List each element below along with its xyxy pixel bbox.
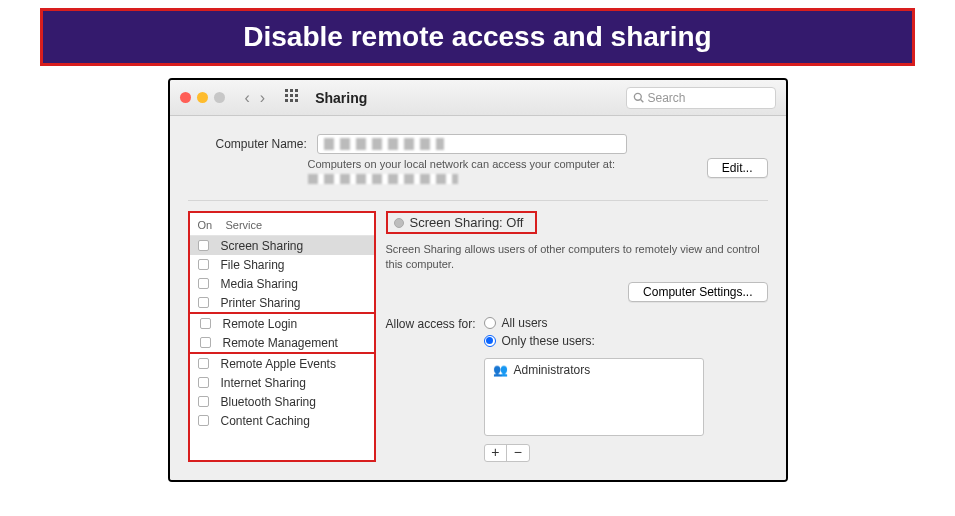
instruction-banner: Disable remote access and sharing [40, 8, 915, 66]
computer-name-row: Computer Name: [216, 134, 768, 154]
svg-rect-0 [285, 89, 288, 92]
search-input[interactable]: Search [626, 87, 776, 109]
computer-settings-button[interactable]: Computer Settings... [628, 282, 767, 302]
back-button[interactable]: ‹ [241, 89, 254, 107]
service-row-remote-login[interactable]: Remote Login [192, 314, 372, 333]
nav-buttons: ‹ › [241, 89, 270, 107]
computer-name-label: Computer Name: [216, 137, 307, 151]
svg-line-10 [640, 100, 643, 103]
users-group-icon: 👥 [493, 363, 508, 377]
service-status: Screen Sharing: Off [386, 211, 538, 234]
user-row[interactable]: 👥 Administrators [485, 359, 703, 381]
radio-icon[interactable] [484, 335, 496, 347]
svg-rect-4 [290, 94, 293, 97]
service-description: Screen Sharing allows users of other com… [386, 242, 768, 272]
service-row-internet-sharing[interactable]: Internet Sharing [190, 373, 374, 392]
access-row: Allow access for: All users Only these u… [386, 316, 768, 462]
col-service: Service [226, 219, 263, 231]
access-label: Allow access for: [386, 316, 476, 331]
close-icon[interactable] [180, 92, 191, 103]
computer-name-subtext: Computers on your local network can acce… [308, 158, 697, 186]
svg-rect-2 [295, 89, 298, 92]
status-label: Screen Sharing: Off [410, 215, 524, 230]
checkbox[interactable] [198, 377, 209, 388]
minimize-icon[interactable] [197, 92, 208, 103]
sharing-window: ‹ › Sharing Search Computer Name: [168, 78, 788, 482]
checkbox[interactable] [198, 240, 209, 251]
apps-grid-icon[interactable] [285, 89, 299, 106]
computer-name-subrow: Computers on your local network can acce… [308, 158, 768, 186]
access-all-users[interactable]: All users [484, 316, 704, 330]
service-row-remote-apple-events[interactable]: Remote Apple Events [190, 354, 374, 373]
search-icon [633, 92, 644, 103]
computer-name-field[interactable] [317, 134, 627, 154]
edit-button[interactable]: Edit... [707, 158, 768, 178]
service-row-screen-sharing[interactable]: Screen Sharing [190, 236, 374, 255]
zoom-icon[interactable] [214, 92, 225, 103]
service-row-remote-management[interactable]: Remote Management [192, 333, 372, 352]
divider [188, 200, 768, 201]
checkbox[interactable] [198, 396, 209, 407]
checkbox[interactable] [200, 337, 211, 348]
service-row-media-sharing[interactable]: Media Sharing [190, 274, 374, 293]
radio-icon[interactable] [484, 317, 496, 329]
checkbox[interactable] [198, 259, 209, 270]
checkbox[interactable] [198, 297, 209, 308]
svg-rect-7 [290, 99, 293, 102]
redacted-hostname [308, 174, 458, 184]
checkbox[interactable] [198, 358, 209, 369]
service-row-printer-sharing[interactable]: Printer Sharing [190, 293, 374, 312]
service-row-bluetooth-sharing[interactable]: Bluetooth Sharing [190, 392, 374, 411]
checkbox[interactable] [198, 415, 209, 426]
col-on: On [198, 219, 226, 231]
svg-rect-6 [285, 99, 288, 102]
highlight-remote-services: Remote Login Remote Management [188, 312, 376, 354]
services-header: On Service [190, 217, 374, 236]
service-row-file-sharing[interactable]: File Sharing [190, 255, 374, 274]
svg-rect-1 [290, 89, 293, 92]
instruction-text: Disable remote access and sharing [243, 21, 711, 52]
services-list: On Service Screen Sharing File Sharing M… [188, 211, 376, 462]
checkbox[interactable] [200, 318, 211, 329]
window-content: Computer Name: Computers on your local n… [170, 116, 786, 480]
redacted-name [324, 138, 444, 150]
lower-pane: On Service Screen Sharing File Sharing M… [188, 211, 768, 462]
access-only-these-users[interactable]: Only these users: [484, 334, 704, 348]
checkbox[interactable] [198, 278, 209, 289]
remove-user-button[interactable]: − [507, 445, 529, 461]
detail-pane: Screen Sharing: Off Screen Sharing allow… [386, 211, 768, 462]
allowed-users-list[interactable]: 👥 Administrators [484, 358, 704, 436]
svg-point-9 [634, 93, 641, 100]
service-row-content-caching[interactable]: Content Caching [190, 411, 374, 430]
forward-button[interactable]: › [256, 89, 269, 107]
svg-rect-3 [285, 94, 288, 97]
traffic-lights [180, 92, 225, 103]
window-toolbar: ‹ › Sharing Search [170, 80, 786, 116]
status-indicator-icon [394, 218, 404, 228]
svg-rect-8 [295, 99, 298, 102]
search-placeholder: Search [648, 91, 686, 105]
add-remove-buttons: + − [484, 444, 530, 462]
add-user-button[interactable]: + [485, 445, 508, 461]
window-title: Sharing [315, 90, 367, 106]
svg-rect-5 [295, 94, 298, 97]
